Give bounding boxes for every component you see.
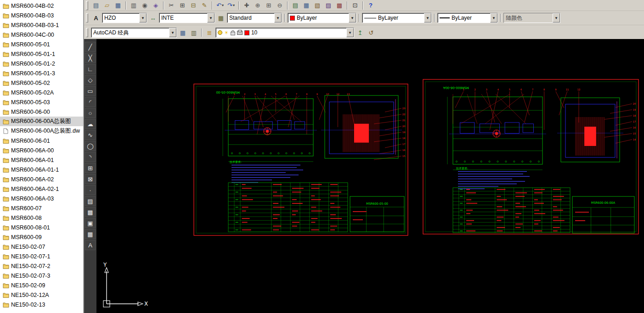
hatch-tool[interactable]: ▨ [85, 196, 96, 206]
rectangle-tool[interactable]: ▭ [85, 86, 96, 96]
table-style-combo[interactable]: Standard ▼ [227, 13, 282, 23]
zoom-previous-button[interactable]: ⊖ [275, 0, 285, 11]
file-tree-item[interactable]: MSR600-06A-03 [0, 194, 83, 203]
copy-button[interactable]: ⊞ [177, 0, 187, 11]
dropdown-arrow-icon[interactable]: ▾ [233, 4, 235, 7]
file-tree-item[interactable]: NE150-02-07-2 [0, 261, 83, 271]
linetype-combo[interactable]: ByLayer ▼ [362, 13, 432, 23]
file-tree-item[interactable]: MSR600-05-01-3 [0, 68, 83, 78]
drawing-canvas[interactable]: MSR600-05-001234567891012132322212019181… [96, 39, 644, 313]
help-button[interactable]: ? [366, 0, 376, 11]
pan-button[interactable]: ✚ [242, 0, 252, 11]
plot-style-value[interactable]: 随颜色 [504, 13, 553, 22]
markup-set-manager-button[interactable]: ▩ [334, 0, 345, 11]
layer-on-bulb-icon[interactable] [218, 30, 222, 35]
combo-arrow-icon[interactable]: ▼ [553, 13, 560, 22]
point-tool[interactable]: ∙ [85, 185, 96, 195]
designcenter-button[interactable]: ▦ [301, 0, 311, 11]
multiline-text-tool[interactable]: A [85, 240, 96, 250]
publish-button[interactable]: ◈ [151, 0, 161, 11]
ellipse-arc-tool[interactable]: ◝ [85, 152, 96, 162]
table-tool[interactable]: ▦ [85, 229, 96, 239]
undo-button[interactable]: ↶▾ [215, 0, 225, 11]
combo-arrow-icon[interactable]: ▼ [139, 13, 147, 22]
plot-style-combo[interactable]: 随颜色 ▼ [503, 13, 560, 23]
file-tree-item[interactable]: MSR600-06-00A总装图 [0, 117, 83, 126]
dim-style-combo[interactable]: INTE ▼ [159, 13, 215, 23]
polygon-tool[interactable]: ◇ [85, 75, 96, 85]
file-tree-item[interactable]: NE150-02-09 [0, 280, 83, 290]
file-tree-item[interactable]: MSR600-09 [0, 232, 83, 242]
dim-style-button[interactable]: ↔ [148, 13, 158, 23]
line-tool[interactable]: ╱ [85, 42, 96, 52]
combo-arrow-icon[interactable]: ▼ [274, 13, 282, 22]
insert-block-tool[interactable]: ⊞ [85, 163, 96, 173]
file-tree-item[interactable]: NE150-02-07 [0, 242, 83, 252]
spline-tool[interactable]: ∿ [85, 130, 96, 140]
combo-arrow-icon[interactable]: ▼ [349, 13, 356, 22]
workspace-combo[interactable]: AutoCAD 经典 ▼ [91, 28, 177, 38]
file-tree-item[interactable]: MSR600-06A-01-1 [0, 165, 83, 174]
ellipse-tool[interactable]: ◯ [85, 141, 96, 151]
toolbar-grip[interactable] [86, 28, 88, 37]
region-tool[interactable]: ▣ [85, 218, 96, 228]
text-style-value[interactable]: HZO [102, 13, 139, 22]
match-properties-button[interactable]: ✎ [199, 0, 209, 11]
gradient-tool[interactable]: ▩ [85, 207, 96, 217]
file-tree-item[interactable]: MSR600-04C-00 [0, 30, 83, 39]
file-tree-item[interactable]: MSR600-04B-03 [0, 11, 83, 20]
new-file-button[interactable]: ▤ [91, 0, 101, 11]
file-tree-item[interactable]: MSR600-05-03 [0, 97, 83, 107]
file-tree-item[interactable]: MSR600-06A-01 [0, 155, 83, 165]
file-tree-item[interactable]: MSR600-07 [0, 203, 83, 213]
file-tree-item[interactable]: MSR600-05-01-1 [0, 49, 83, 59]
file-tree-item[interactable]: MSR600-05-02A [0, 88, 83, 97]
layer-plot-printer-icon[interactable] [237, 31, 243, 35]
file-tree-item[interactable]: MSR600-05-01 [0, 39, 83, 49]
layer-properties-button[interactable]: ≣ [204, 28, 215, 38]
lineweight-combo[interactable]: ByLayer ▼ [437, 13, 498, 23]
file-tree-item[interactable]: MSR600-06-00 [0, 107, 83, 117]
file-tree-item[interactable]: MSR600-08 [0, 213, 83, 223]
arc-tool[interactable]: ◜ [85, 97, 96, 107]
layer-color-swatch[interactable] [244, 30, 249, 35]
file-tree-item[interactable]: MSR600-04B-03-1 [0, 20, 83, 30]
file-tree-item[interactable]: MSR600-06-00A总装图.dw [0, 126, 83, 136]
dropdown-arrow-icon[interactable]: ▾ [222, 4, 224, 7]
zoom-realtime-button[interactable]: ⊕ [253, 0, 263, 11]
file-tree-item[interactable]: MSR600-06A-02-1 [0, 184, 83, 194]
dim-style-value[interactable]: INTE [159, 13, 207, 22]
workspace-settings-button[interactable]: ▦ [178, 28, 188, 38]
workspace-value[interactable]: AutoCAD 经典 [91, 28, 169, 37]
toolbar-grip[interactable] [86, 1, 88, 10]
my-workspace-button[interactable]: ▥ [189, 28, 199, 38]
layer-previous-button[interactable]: ↺ [366, 28, 376, 38]
quickcalc-button[interactable]: ⊡ [350, 0, 360, 11]
circle-tool[interactable]: ○ [85, 108, 96, 118]
construction-line-tool[interactable]: ╳ [85, 53, 96, 63]
file-tree-item[interactable]: MSR600-04B-02 [0, 1, 83, 11]
make-object-layer-current-button[interactable]: ↥ [355, 28, 365, 38]
file-tree-item[interactable]: NE150-02-07-3 [0, 271, 83, 280]
file-tree-item[interactable]: NE150-02-07-1 [0, 252, 83, 261]
layer-combo[interactable]: ☀ 10 ▼ [215, 28, 354, 38]
color-combo[interactable]: ByLayer ▼ [288, 13, 356, 23]
redo-button[interactable]: ↷▾ [226, 0, 236, 11]
paste-button[interactable]: ⊟ [188, 0, 198, 11]
polyline-tool[interactable]: ∟ [85, 64, 96, 74]
cut-button[interactable]: ✂ [166, 0, 176, 11]
layer-unlock-icon[interactable] [231, 32, 235, 35]
combo-arrow-icon[interactable]: ▼ [490, 13, 497, 22]
sheet-set-manager-button[interactable]: ▨ [323, 0, 333, 11]
file-tree-item[interactable]: MSR600-05-02 [0, 78, 83, 88]
file-tree-item[interactable]: MSR600-08-01 [0, 223, 83, 232]
file-tree-item[interactable]: NE150-02-13 [0, 300, 83, 309]
zoom-window-button[interactable]: ⊞ [264, 0, 274, 11]
properties-palette-button[interactable]: ▤ [290, 0, 300, 11]
tool-palettes-button[interactable]: ▧ [312, 0, 322, 11]
combo-arrow-icon[interactable]: ▼ [207, 13, 215, 22]
file-tree-item[interactable]: MSR600-06-01 [0, 136, 83, 145]
file-tree-item[interactable]: MSR600-06A-00 [0, 145, 83, 155]
combo-arrow-icon[interactable]: ▼ [169, 28, 176, 37]
open-file-button[interactable]: ▱ [102, 0, 112, 11]
